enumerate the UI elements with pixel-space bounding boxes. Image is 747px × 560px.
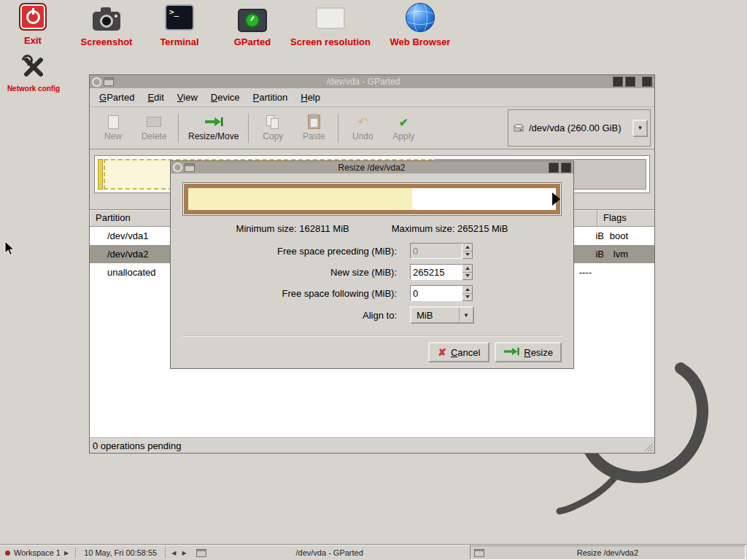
window-title: /dev/vda - GParted [116, 77, 611, 87]
resize-arrow-icon [503, 346, 519, 359]
spin-up-button[interactable] [462, 265, 472, 272]
unused-value: ---- [579, 267, 592, 278]
device-selector-value: /dev/vda (260.00 GiB) [529, 122, 628, 133]
minimum-size-label: Minimum size: 162811 MiB [236, 223, 349, 234]
new-size-spinbox [410, 264, 473, 280]
free-space-following-row: Free space following (MiB): [182, 285, 562, 301]
maximum-size-label: Maximum size: 265215 MiB [392, 223, 508, 234]
monitor-icon [316, 7, 345, 29]
resize-button[interactable]: Resize [495, 342, 562, 362]
workspace-label: Workspace 1 [14, 548, 61, 557]
dialog-titlebar[interactable]: Resize /dev/vda2 [171, 161, 573, 174]
scroll-left-icon[interactable]: ◀ [171, 550, 176, 556]
copy-icon [266, 114, 280, 129]
taskbar-item-gparted[interactable]: /dev/vda - GParted [193, 546, 467, 559]
size-fragment: iB [595, 249, 604, 260]
menu-edit[interactable]: Edit [141, 89, 170, 106]
free-space-following-input[interactable] [410, 285, 462, 301]
free-space-following-spinbox [410, 285, 473, 301]
size-fragment: iB [595, 230, 604, 241]
resize-slider[interactable] [182, 182, 562, 216]
new-size-label: New size (MiB): [182, 267, 410, 278]
copy-button: Copy [252, 112, 293, 144]
paste-button: Paste [293, 112, 334, 144]
workspace-next-icon[interactable]: ▶ [64, 550, 69, 556]
desktop-icon-web-browser[interactable]: Web Browser [373, 3, 468, 47]
new-size-input[interactable] [410, 264, 462, 280]
maximize-button[interactable] [625, 77, 635, 87]
minimize-button[interactable] [613, 77, 623, 87]
new-button: New [93, 112, 133, 144]
clock: 10 May, Fri 00:58:55 [77, 548, 163, 557]
workspace-switcher[interactable]: Workspace 1 ▶ [0, 548, 74, 557]
cancel-button[interactable]: ✘ Cancel [428, 342, 489, 362]
mouse-cursor [4, 241, 16, 257]
menu-gparted[interactable]: GParted [93, 89, 141, 106]
gparted-disk-icon [238, 9, 267, 32]
taskbar-separator [75, 548, 76, 558]
dialog-title: Resize /dev/vda2 [197, 163, 546, 173]
cancel-x-icon: ✘ [438, 347, 446, 357]
desktop-icon-label: Screen resolution [290, 36, 371, 47]
resize-slider-right-handle-icon[interactable] [552, 192, 560, 206]
window-menu-icon[interactable] [92, 77, 101, 87]
menu-device[interactable]: Device [204, 89, 247, 106]
resize-move-button[interactable]: Resize/Move [182, 112, 244, 144]
camera-icon [93, 12, 120, 31]
free-space-preceding-label: Free space preceding (MiB): [182, 246, 410, 257]
dialog-action-area: ✘ Cancel Resize [182, 335, 562, 362]
spin-buttons [462, 243, 473, 259]
spin-down-button[interactable] [462, 293, 472, 301]
terminal-icon: >_ [165, 4, 194, 31]
column-header-flags: Flags [597, 210, 654, 226]
desktop-icon-network-config[interactable]: Network config [0, 52, 81, 93]
new-size-row: New size (MiB): [182, 264, 562, 280]
task-scroll-arrows: ◀ ▶ [167, 550, 190, 556]
resize-grip[interactable] [644, 443, 654, 452]
spin-buttons [462, 285, 473, 301]
resize-slider-used-area [188, 188, 412, 210]
window-menu-icon[interactable] [173, 163, 182, 172]
cancel-button-label: Cancel [451, 347, 480, 358]
taskbar-item-label: Resize /dev/vda2 [577, 548, 638, 557]
align-to-row: Align to: MiB ▼ [182, 306, 562, 324]
workspace-indicator-icon [5, 551, 10, 556]
resize-dialog: Resize /dev/vda2 Minimum size: 162811 Mi… [170, 160, 574, 369]
desktop-icon-label: Network config [7, 85, 60, 93]
window-icon [196, 549, 206, 557]
gparted-titlebar[interactable]: /dev/vda - GParted [90, 75, 654, 88]
toolbar-separator [338, 114, 338, 143]
dialog-body: Minimum size: 162811 MiB Maximum size: 2… [171, 174, 573, 368]
taskbar-item-resize-dialog[interactable]: Resize /dev/vda2 [470, 545, 746, 560]
spin-down-button[interactable] [462, 272, 472, 280]
spin-up-button[interactable] [462, 286, 472, 293]
status-text: 0 operations pending [93, 440, 181, 451]
maximize-button[interactable] [549, 163, 559, 173]
device-selector[interactable]: /dev/vda (260.00 GiB) ▼ [508, 109, 651, 147]
close-button[interactable] [561, 163, 571, 173]
undo-button: ↶ Undo [342, 112, 383, 144]
flags-value: boot [610, 230, 628, 241]
paste-icon [308, 114, 320, 129]
desktop-icon-screen-resolution[interactable]: Screen resolution [283, 3, 378, 47]
delete-button: Delete [133, 112, 174, 144]
menu-partition[interactable]: Partition [247, 89, 295, 106]
scroll-right-icon[interactable]: ▶ [182, 550, 186, 556]
close-button[interactable] [642, 77, 652, 87]
device-dropdown-button[interactable]: ▼ [632, 120, 648, 137]
partition-block-vda1[interactable] [98, 159, 103, 190]
minmax-row: Minimum size: 162811 MiB Maximum size: 2… [182, 223, 562, 234]
flags-value: lvm [614, 249, 628, 260]
menu-help[interactable]: Help [294, 89, 327, 106]
status-bar: 0 operations pending [90, 438, 654, 453]
undo-icon: ↶ [357, 114, 368, 129]
taskbar: Workspace 1 ▶ 10 May, Fri 00:58:55 ◀ ▶ /… [0, 545, 747, 560]
spin-buttons [462, 264, 473, 280]
free-space-preceding-row: Free space preceding (MiB): [182, 243, 562, 259]
align-to-combobox[interactable]: MiB ▼ [410, 306, 474, 324]
desktop-icon-label: Exit [24, 35, 42, 46]
tools-icon [20, 53, 47, 81]
chevron-down-icon: ▼ [638, 125, 643, 131]
menu-view[interactable]: View [171, 89, 204, 106]
desktop-icon-label: GParted [234, 36, 271, 47]
